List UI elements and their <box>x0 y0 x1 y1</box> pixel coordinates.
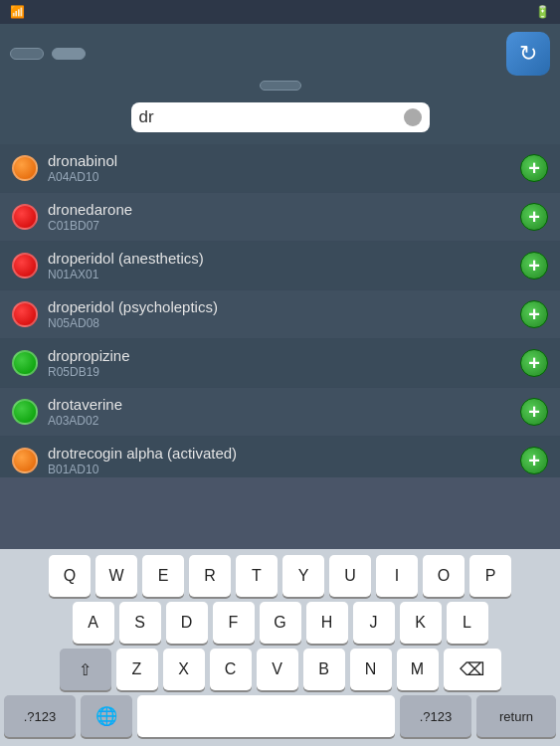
clear-button[interactable] <box>404 108 422 126</box>
key-j[interactable]: J <box>353 602 395 644</box>
keyboard-row1: QWERTYUIOP <box>4 555 556 597</box>
drug-info: dronabinol A04AD10 <box>48 152 520 184</box>
drug-name: droperidol (psycholeptics) <box>48 298 520 315</box>
drug-name: dronabinol <box>48 152 520 169</box>
records-count <box>260 81 301 91</box>
drug-dot <box>12 204 38 230</box>
drug-info: dronedarone C01BD07 <box>48 201 520 233</box>
key-a[interactable]: A <box>73 602 114 644</box>
drug-item[interactable]: dronabinol A04AD10 + <box>0 144 560 193</box>
refresh-icon: ↻ <box>519 41 537 67</box>
drug-code: B01AD10 <box>48 463 520 476</box>
key-p[interactable]: P <box>469 555 511 597</box>
key-k[interactable]: K <box>400 602 442 644</box>
keyboard-row2: ASDFGHJKL <box>4 602 556 644</box>
status-left: 📶 <box>10 5 25 19</box>
key-y[interactable]: Y <box>282 555 324 597</box>
keyboard: QWERTYUIOP ASDFGHJKL ⇧ZXCVBNM⌫ .?123🌐.?1… <box>0 549 560 746</box>
add-drug-button[interactable]: + <box>520 349 548 377</box>
add-drug-button[interactable]: + <box>520 154 548 182</box>
nav-tabs <box>10 48 86 60</box>
key-q[interactable]: Q <box>49 555 91 597</box>
drug-name: droperidol (anesthetics) <box>48 250 520 267</box>
backspace-key[interactable]: ⌫ <box>444 649 501 690</box>
drug-dot <box>12 399 38 425</box>
add-drug-button[interactable]: + <box>520 300 548 328</box>
key-w[interactable]: W <box>95 555 137 597</box>
key-g[interactable]: G <box>260 602 301 644</box>
keyboard-row3: ⇧ZXCVBNM⌫ <box>4 649 556 690</box>
special1-key[interactable]: .?123 <box>4 695 76 737</box>
return-key[interactable]: return <box>476 695 556 737</box>
key-u[interactable]: U <box>329 555 371 597</box>
tab-generic-names[interactable] <box>10 48 44 60</box>
key-s[interactable]: S <box>119 602 161 644</box>
key-e[interactable]: E <box>142 555 184 597</box>
drug-code: A04AD10 <box>48 170 520 184</box>
drug-name: drotaverine <box>48 396 520 413</box>
key-r[interactable]: R <box>189 555 231 597</box>
special2-key[interactable]: .?123 <box>400 695 471 737</box>
drug-code: R05DB19 <box>48 365 520 379</box>
keyboard-row4: .?123🌐.?123return <box>4 695 556 737</box>
emoji-key[interactable]: 🌐 <box>81 695 132 737</box>
drug-item[interactable]: droperidol (anesthetics) N01AX01 + <box>0 242 560 290</box>
top-nav: ↻ <box>0 24 560 96</box>
space-key[interactable] <box>137 695 395 737</box>
key-b[interactable]: B <box>303 649 345 690</box>
key-z[interactable]: Z <box>116 649 158 690</box>
drug-info: dropropizine R05DB19 <box>48 347 520 379</box>
status-bar: 📶 🔋 <box>0 0 560 24</box>
drug-item[interactable]: drotrecogin alpha (activated) B01AD10 + <box>0 437 560 477</box>
key-h[interactable]: H <box>306 602 348 644</box>
key-o[interactable]: O <box>423 555 465 597</box>
key-c[interactable]: C <box>210 649 252 690</box>
drug-dot <box>12 350 38 376</box>
key-m[interactable]: M <box>397 649 439 690</box>
add-drug-button[interactable]: + <box>520 203 548 231</box>
drug-info: droperidol (psycholeptics) N05AD08 <box>48 298 520 330</box>
status-right: 🔋 <box>530 5 550 19</box>
key-x[interactable]: X <box>163 649 205 690</box>
drug-name: drotrecogin alpha (activated) <box>48 445 520 462</box>
tab-beginning-of-name[interactable] <box>52 48 86 60</box>
add-drug-button[interactable]: + <box>520 398 548 426</box>
drug-code: N01AX01 <box>48 268 520 281</box>
drug-name: dropropizine <box>48 347 520 364</box>
drug-item[interactable]: droperidol (psycholeptics) N05AD08 + <box>0 290 560 339</box>
search-input[interactable] <box>139 107 404 127</box>
drug-code: A03AD02 <box>48 414 520 428</box>
nav-row1: ↻ <box>10 32 550 76</box>
key-v[interactable]: V <box>257 649 298 690</box>
key-n[interactable]: N <box>350 649 392 690</box>
drug-name: dronedarone <box>48 201 520 218</box>
key-f[interactable]: F <box>213 602 255 644</box>
search-wrap <box>131 102 430 132</box>
drug-list: dronabinol A04AD10 + dronedarone C01BD07… <box>0 144 560 477</box>
key-l[interactable]: L <box>447 602 488 644</box>
drug-item[interactable]: dropropizine R05DB19 + <box>0 339 560 388</box>
wifi-icon: 📶 <box>10 5 25 19</box>
shift-left-key[interactable]: ⇧ <box>60 649 111 690</box>
key-i[interactable]: I <box>376 555 418 597</box>
drug-info: droperidol (anesthetics) N01AX01 <box>48 250 520 281</box>
drug-item[interactable]: dronedarone C01BD07 + <box>0 193 560 242</box>
drug-info: drotrecogin alpha (activated) B01AD10 <box>48 445 520 476</box>
add-drug-button[interactable]: + <box>520 447 548 474</box>
drug-item[interactable]: drotaverine A03AD02 + <box>0 388 560 437</box>
key-d[interactable]: D <box>166 602 208 644</box>
drug-code: N05AD08 <box>48 316 520 330</box>
battery-icon: 🔋 <box>535 5 550 19</box>
refresh-button[interactable]: ↻ <box>506 32 550 76</box>
drug-dot <box>12 155 38 181</box>
search-area <box>0 96 560 144</box>
drug-code: C01BD07 <box>48 219 520 233</box>
drug-dot <box>12 253 38 279</box>
key-t[interactable]: T <box>236 555 278 597</box>
drug-info: drotaverine A03AD02 <box>48 396 520 428</box>
add-drug-button[interactable]: + <box>520 252 548 280</box>
drug-dot <box>12 301 38 327</box>
drug-dot <box>12 448 38 473</box>
